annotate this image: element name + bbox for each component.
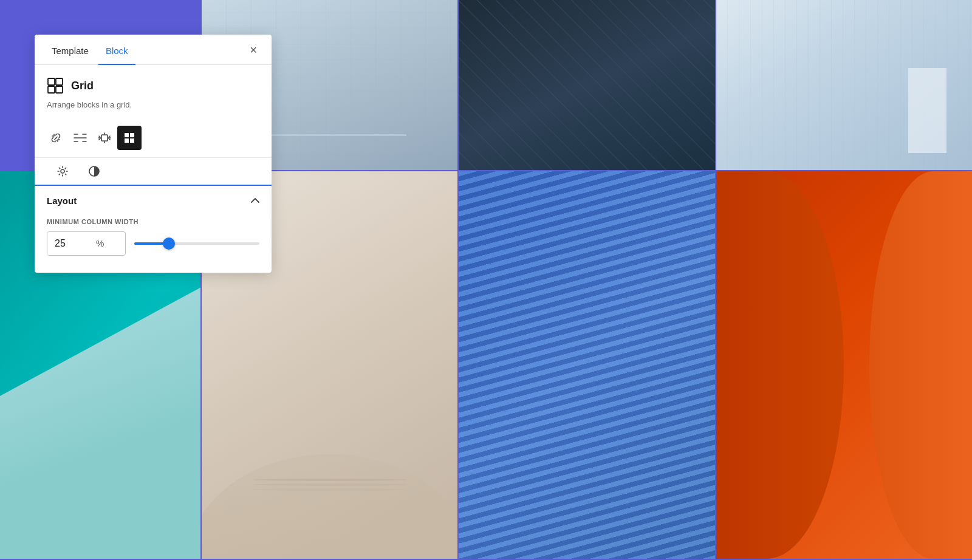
tabs-bar: Template Block ×: [35, 35, 272, 65]
grid-view-icon: [124, 132, 135, 143]
tool-grid-view[interactable]: [117, 126, 142, 150]
unit-label: %: [96, 232, 110, 254]
grid-img-6: [459, 171, 714, 559]
grid-img-2: [459, 0, 714, 170]
svg-line-16: [109, 136, 110, 137]
svg-rect-1: [56, 78, 63, 85]
grid-img-3: [716, 0, 972, 170]
grid-block-icon: [47, 77, 64, 94]
svg-rect-19: [130, 133, 134, 137]
settings-style-tabs: [35, 158, 272, 186]
section-title: Layout: [47, 196, 77, 206]
number-input-wrapper: %: [47, 231, 126, 256]
settings-tab[interactable]: [47, 158, 78, 186]
svg-rect-20: [125, 138, 129, 143]
block-title: Grid: [71, 80, 94, 92]
half-circle-icon: [88, 165, 100, 177]
field-label: MINIMUM COLUMN WIDTH: [47, 218, 259, 225]
svg-rect-3: [56, 86, 63, 93]
svg-point-22: [61, 169, 64, 173]
grid-img-7: [716, 171, 972, 559]
tab-template[interactable]: Template: [44, 35, 96, 64]
input-row: %: [47, 231, 259, 256]
svg-line-15: [99, 138, 100, 140]
svg-rect-0: [48, 78, 55, 85]
svg-rect-21: [130, 138, 134, 143]
section-header: Layout: [47, 196, 259, 206]
toolbar: [35, 121, 272, 158]
column-width-input[interactable]: [47, 232, 96, 255]
link-icon: [50, 132, 62, 144]
svg-rect-18: [125, 133, 129, 137]
align-columns-icon: [74, 132, 87, 143]
slider-container: [134, 237, 259, 250]
tool-link[interactable]: [44, 126, 67, 149]
svg-line-17: [109, 138, 110, 140]
layout-section: Layout MINIMUM COLUMN WIDTH %: [35, 186, 272, 273]
styles-tab[interactable]: [78, 158, 110, 185]
svg-rect-9: [101, 135, 108, 141]
resize-icon: [98, 132, 111, 143]
close-button[interactable]: ×: [245, 39, 262, 61]
tool-align-columns[interactable]: [69, 126, 92, 149]
min-column-width-field: MINIMUM COLUMN WIDTH %: [47, 218, 259, 256]
column-width-slider[interactable]: [134, 242, 259, 245]
svg-rect-2: [48, 86, 55, 93]
tab-block[interactable]: Block: [98, 35, 135, 64]
chevron-up-icon: [251, 197, 259, 203]
collapse-button[interactable]: [251, 197, 259, 203]
gear-icon: [56, 165, 69, 177]
block-description: Arrange blocks in a grid.: [35, 98, 272, 121]
panel: Template Block × Grid Arrange blocks in …: [35, 35, 272, 273]
tool-resize[interactable]: [93, 126, 116, 149]
svg-line-14: [99, 136, 100, 137]
block-header: Grid: [35, 65, 272, 98]
